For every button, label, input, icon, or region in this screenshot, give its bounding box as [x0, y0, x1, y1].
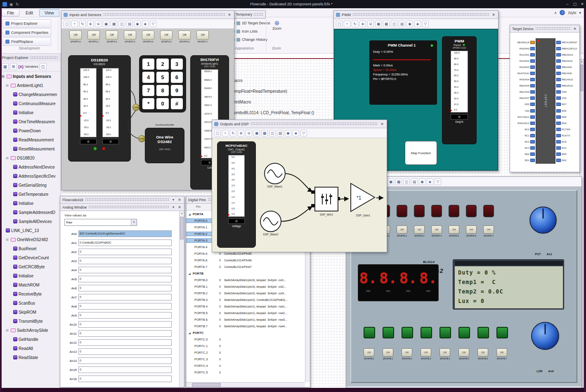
- tree-item[interactable]: ⊟ Initialise: [0, 108, 61, 117]
- close-icon[interactable]: ✕: [227, 13, 232, 17]
- digital-pin-row[interactable]: ◢ PORTB.3 0 SwitchArraySlide1(pin2), Com…: [186, 296, 305, 303]
- panel-toolbar-icon[interactable]: ▣: [253, 130, 260, 136]
- sensors-titlebar[interactable]: Inputs and Sensors ✕: [61, 11, 234, 19]
- chip-pin-row[interactable]: RB1/AN10: [555, 77, 579, 83]
- close-icon[interactable]: ✕: [491, 13, 496, 17]
- analog-row[interactable]: An1 0 ComboBL0114/PotADC: [64, 238, 184, 247]
- digital-pin-row[interactable]: ◢ PORTC.2 0: [186, 349, 305, 356]
- digital-pin-row[interactable]: ◢ PORTC.1 0: [186, 343, 305, 349]
- close-icon[interactable]: ✕: [572, 27, 577, 31]
- analog-row[interactable]: An16 0: [64, 374, 184, 383]
- dsp-mix-component[interactable]: [314, 187, 338, 211]
- chip-pin-row[interactable]: RD2: [555, 157, 579, 164]
- digital-pin-row[interactable]: ◢ PORTB.7 0 SwitchArraySlide1(pin0), key…: [186, 323, 305, 329]
- scrollbar-thumb[interactable]: [180, 217, 184, 239]
- split-icon[interactable]: ◫: [40, 63, 47, 70]
- tree-item[interactable]: ⊟ ScanBus: [0, 298, 61, 307]
- tree-item[interactable]: ⊟ ResetMeasurement: [0, 144, 61, 153]
- components-icon[interactable]: ⊞: [10, 63, 17, 70]
- panel-toolbar-icon[interactable]: ◉: [419, 178, 425, 185]
- pin-icon[interactable]: [530, 90, 535, 94]
- pin-icon[interactable]: [556, 72, 561, 75]
- switch-button[interactable]: Off: [364, 348, 374, 357]
- tree-item[interactable]: ⊟ ChangeMeasuremen: [0, 90, 61, 99]
- chip-pin-row[interactable]: VDD: [511, 101, 536, 108]
- close-icon[interactable]: ✕: [380, 122, 385, 126]
- tree-item[interactable]: ⊟ SkipROM: [0, 307, 61, 317]
- chip-pin-row[interactable]: RD7: [555, 101, 579, 108]
- expand-icon[interactable]: ⊟: [2, 75, 5, 78]
- switch-button[interactable]: Off: [414, 225, 425, 234]
- pin-icon[interactable]: [556, 47, 561, 50]
- digital-pin-row[interactable]: ◢ PORTA.7 0 ComboBL0114/PinA7: [186, 263, 305, 270]
- analog-value-field[interactable]: 0: [78, 321, 172, 328]
- sport-switch[interactable]: Off SPORTA.3: [414, 225, 425, 237]
- zoom-button[interactable]: ⊕ Zoom: [267, 20, 286, 31]
- analog-row[interactable]: An0 820 ComboBL0114/LightSensorADC: [64, 229, 184, 238]
- pwm-channel-component[interactable]: PWM Channel 1 Duty = 0.00% Mark = 0.00us…: [369, 40, 437, 105]
- analog-value-field[interactable]: 0: [78, 303, 172, 310]
- section-arrow-icon[interactable]: ◢: [189, 272, 192, 275]
- analog-value-field[interactable]: 0: [78, 339, 172, 346]
- panel-toolbar-icon[interactable]: ▽: [300, 130, 307, 136]
- ribbon-tab[interactable]: View: [39, 9, 59, 16]
- ribbon-button[interactable]: Component Properties: [2, 28, 51, 37]
- tree-item[interactable]: ⊟ AddressSpecificDev: [0, 171, 61, 181]
- analog-row[interactable]: An7 0: [64, 293, 184, 302]
- panel-toolbar-icon[interactable]: ⊖: [95, 21, 102, 27]
- pin-icon[interactable]: [556, 84, 561, 87]
- tree-item[interactable]: ⊟ SampleAllDevices: [0, 217, 61, 226]
- tree-item[interactable]: ⊟ SwitchArraySlide: [0, 326, 61, 335]
- pin-icon[interactable]: [530, 159, 535, 162]
- sport-switch[interactable]: Off SPORTB.2: [402, 348, 412, 360]
- ribbon-tab[interactable]: Edit: [20, 9, 38, 16]
- horizontal-scrollbar[interactable]: [186, 382, 305, 387]
- panel-toolbar-icon[interactable]: +: [222, 130, 229, 136]
- tree-item[interactable]: ⊟ GetSerialString: [0, 181, 61, 190]
- ribbon-button[interactable]: Project Explorer: [2, 19, 51, 28]
- chevron-down-icon[interactable]: ▾: [171, 205, 175, 209]
- pin-icon[interactable]: [556, 90, 561, 94]
- panel-toolbar-icon[interactable]: ◉: [134, 21, 141, 27]
- collapse-ribbon-icon[interactable]: ∧: [554, 11, 557, 15]
- analog-row[interactable]: An11 0: [64, 329, 184, 338]
- chip-pin-row[interactable]: RB0/AN12: [555, 83, 579, 89]
- refresh-icon[interactable]: ↻: [16, 2, 19, 7]
- tree-item[interactable]: ⊟ LINK_LINC_13: [0, 226, 61, 235]
- analog-value-field[interactable]: 0 ComboBL0114/PotADC: [78, 239, 172, 246]
- analog-value-field[interactable]: 0: [78, 258, 172, 264]
- vertical-scrollbar[interactable]: ▲: [179, 211, 184, 387]
- panel-toolbar-icon[interactable]: ▤: [399, 21, 405, 27]
- digital-pin-row[interactable]: ◢ PORTB.5 0 SwitchArraySlide1(pin1), key…: [186, 310, 305, 316]
- pin-icon[interactable]: [556, 159, 561, 162]
- appearance-option[interactable]: Change History: [231, 35, 270, 44]
- tree-item[interactable]: ⊟ GetHandle: [0, 335, 61, 344]
- pin-icon[interactable]: [556, 128, 561, 131]
- analog-row[interactable]: An9 0: [64, 311, 184, 320]
- chip-pin-row[interactable]: RC1: [511, 132, 536, 138]
- flowchart-code-line[interactable]: Macro: [231, 75, 314, 86]
- ribbon-button[interactable]: Find/Replace: [2, 38, 51, 46]
- chevron-down-icon[interactable]: ▾: [171, 198, 175, 202]
- switch-button[interactable]: Off: [483, 225, 494, 234]
- chip-pin-row[interactable]: RA2/AN2: [511, 58, 536, 64]
- gear-icon[interactable]: ◉: [9, 2, 13, 7]
- chip-pin-row[interactable]: RC3: [511, 145, 536, 151]
- sport-switch[interactable]: Off SPORTA.2: [397, 225, 407, 237]
- digital-pin-row[interactable]: ◢ PORTC: [186, 329, 305, 336]
- switch-button[interactable]: Off: [466, 225, 477, 234]
- sport-switch[interactable]: Off SPORTB.7: [496, 348, 507, 360]
- panel-toolbar-icon[interactable]: ◈: [293, 130, 299, 136]
- analog-row[interactable]: An5 0: [64, 275, 184, 284]
- analog-value-field[interactable]: 0: [78, 249, 172, 255]
- section-arrow-icon[interactable]: ◢: [189, 213, 192, 216]
- pin-icon[interactable]: [556, 122, 561, 125]
- panel-toolbar-icon[interactable]: ▦: [383, 21, 390, 27]
- panel-toolbar-icon[interactable]: ◈: [427, 178, 433, 185]
- switch-button[interactable]: Off: [421, 348, 431, 357]
- panel-toolbar-icon[interactable]: ▤: [126, 21, 133, 27]
- pin-icon[interactable]: [556, 140, 561, 143]
- dsp-titlebar[interactable]: Outputs and DSP ✕: [212, 120, 387, 128]
- switch-button[interactable]: Off: [383, 348, 393, 357]
- chip-pin-row[interactable]: RA0/AN0: [511, 45, 536, 52]
